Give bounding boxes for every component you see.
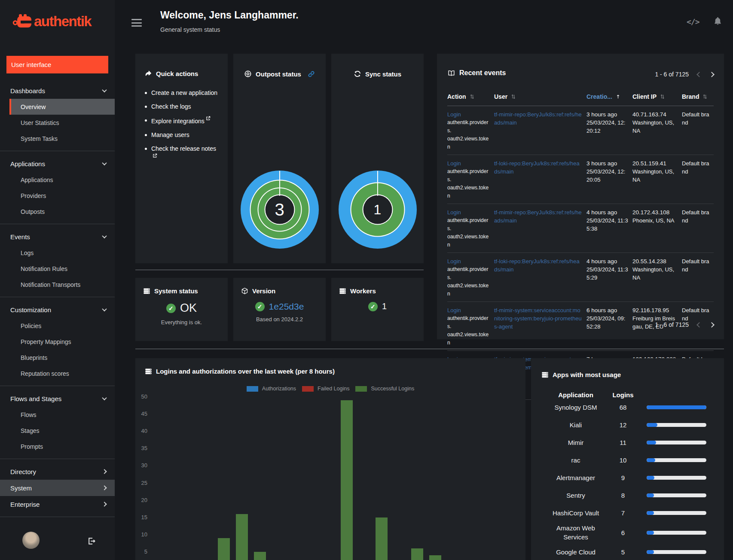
event-brand-cell: Default brand	[682, 159, 714, 200]
app-logins-count: 8	[610, 492, 636, 499]
sidebar-item-label: Outposts	[21, 208, 45, 215]
y-axis-tick: 10	[135, 531, 147, 538]
event-user-link[interactable]: tf-loki-repo:BeryJu/k8s:ref:refs/heads/m…	[494, 159, 582, 176]
sidebar: authentik User interface DashboardsOverv…	[0, 0, 115, 560]
sidebar-section-applications[interactable]: Applications	[0, 155, 115, 172]
event-user-link[interactable]: tf-mimir-repo:BeryJu/k8s:ref:refs/heads/…	[494, 208, 582, 225]
sidebar-section-flows-and-stages[interactable]: Flows and Stages	[0, 390, 115, 407]
sidebar-item-flows[interactable]: Flows	[0, 407, 115, 423]
pagination-prev-icon[interactable]	[696, 72, 702, 77]
chevron-right-icon	[102, 469, 107, 474]
event-action-link[interactable]: Login	[447, 110, 461, 119]
sidebar-item-notification-transports[interactable]: Notification Transports	[0, 277, 115, 292]
pagination-prev-icon[interactable]	[696, 322, 702, 328]
sidebar-section-label: Applications	[10, 160, 45, 167]
event-user-link[interactable]: tf-loki-repo:BeryJu/k8s:ref:refs/heads/m…	[494, 257, 582, 274]
sidebar-item-label: Property Mappings	[21, 338, 71, 345]
event-action-link[interactable]: Login	[447, 159, 461, 167]
sidebar-section-enterprise[interactable]: Enterprise	[0, 496, 115, 512]
app-logins-count: 12	[610, 421, 636, 429]
event-action-cell: Loginauthentik.providers.oauth2.views.to…	[447, 159, 494, 200]
quick-action-check-the-logs[interactable]: Check the logs	[145, 102, 218, 111]
legend-swatch	[247, 386, 258, 392]
sidebar-item-user-statistics[interactable]: User Statistics	[0, 115, 115, 131]
sidebar-item-logs[interactable]: Logs	[0, 245, 115, 261]
progress-fill	[647, 511, 654, 515]
chart-legend: AuthorizationsFailed LoginsSuccessful Lo…	[135, 386, 525, 392]
menu-icon[interactable]	[131, 19, 142, 27]
column-header-brand[interactable]: Brand	[682, 93, 714, 100]
quick-action-create-a-new-application[interactable]: Create a new application	[145, 88, 218, 97]
sidebar-item-blueprints[interactable]: Blueprints	[0, 350, 115, 365]
event-action-cell: Loginauthentik.providers.oauth2.views.to…	[447, 208, 494, 249]
workers-value: 1	[382, 301, 387, 311]
bell-icon[interactable]	[713, 16, 722, 26]
sidebar-section-directory[interactable]: Directory	[0, 463, 115, 480]
event-user-cell: tf-loki-repo:BeryJu/k8s:ref:refs/heads/m…	[494, 159, 586, 200]
sidebar-section-dashboards[interactable]: Dashboards	[0, 82, 115, 99]
sidebar-item-overview[interactable]: Overview	[9, 99, 115, 115]
quick-action-manage-users[interactable]: Manage users	[145, 131, 218, 140]
quick-action-check-the-release-notes[interactable]: Check the release notes	[145, 144, 218, 163]
sidebar-item-prompts[interactable]: Prompts	[0, 438, 115, 454]
sign-out-icon[interactable]	[87, 537, 96, 545]
apps-table-body: Synology DSM68Kiali12Mimir11rac10Alertma…	[531, 399, 724, 560]
pagination-next-icon[interactable]	[709, 72, 715, 77]
progress-track	[647, 405, 706, 409]
event-action-link[interactable]: Login	[447, 208, 461, 216]
divider	[0, 459, 115, 459]
quick-action-explore-integrations[interactable]: Explore integrations	[145, 116, 218, 126]
sidebar-item-label: Flows	[21, 411, 37, 418]
avatar[interactable]	[22, 532, 40, 549]
authentik-logo-icon	[12, 13, 32, 30]
progress-fill	[647, 493, 654, 497]
sidebar-section-label: Flows and Stages	[10, 395, 61, 402]
sort-asc-icon	[615, 94, 621, 100]
chart-bar	[218, 538, 230, 560]
event-user-link[interactable]: tf-mimir-system:serviceaccount:monitorin…	[494, 306, 582, 331]
sidebar-item-label: Notification Rules	[21, 265, 67, 272]
sidebar-section-label: Customization	[10, 306, 51, 313]
column-header-user[interactable]: User	[494, 93, 586, 100]
sidebar-item-applications[interactable]: Applications	[0, 172, 115, 188]
event-client-ip-cell: 40.71.163.74Washington, US, NA	[632, 110, 682, 151]
sidebar-section-events[interactable]: Events	[0, 228, 115, 245]
sidebar-item-notification-rules[interactable]: Notification Rules	[0, 261, 115, 277]
progress-fill	[647, 441, 656, 444]
column-header-client-ip[interactable]: Client IP	[632, 93, 682, 100]
event-action-link[interactable]: Login	[447, 306, 461, 314]
quick-action-text: Explore integrations	[151, 118, 205, 125]
sidebar-item-reputation-scores[interactable]: Reputation scores	[0, 365, 115, 381]
quick-action-text: Create a new application	[151, 89, 217, 96]
sidebar-section-label: Enterprise	[10, 501, 40, 508]
link-icon[interactable]	[308, 70, 315, 78]
sync-status-donut: 1	[339, 170, 417, 249]
sidebar-item-outposts[interactable]: Outposts	[0, 204, 115, 219]
apps-row: Sentry8	[531, 487, 724, 504]
y-axis-tick: 35	[135, 445, 147, 451]
code-icon[interactable]: </>	[687, 17, 699, 26]
authentik-logo[interactable]: authentik	[12, 13, 91, 30]
version-value[interactable]: 1e25d3e	[269, 301, 304, 312]
quick-actions-list: Create a new applicationCheck the logsEx…	[145, 88, 218, 163]
chart-bar	[429, 555, 441, 560]
book-icon	[447, 70, 455, 77]
sidebar-item-policies[interactable]: Policies	[0, 318, 115, 334]
outpost-icon	[244, 70, 252, 78]
sidebar-item-providers[interactable]: Providers	[0, 188, 115, 204]
event-action-link[interactable]: Login	[447, 257, 461, 265]
column-header-creatio[interactable]: Creatio...	[586, 93, 632, 100]
pagination-next-icon[interactable]	[709, 322, 715, 328]
sidebar-item-stages[interactable]: Stages	[0, 423, 115, 438]
event-user-link[interactable]: tf-mimir-repo:BeryJu/k8s:ref:refs/heads/…	[494, 110, 582, 127]
event-location: Phoenix, US, NA	[632, 216, 678, 225]
y-axis-tick: 15	[135, 514, 147, 520]
event-time-ago: 3 hours ago	[586, 110, 628, 119]
user-interface-button[interactable]: User interface	[6, 56, 108, 73]
sidebar-section-system[interactable]: System	[0, 480, 115, 496]
sidebar-item-property-mappings[interactable]: Property Mappings	[0, 334, 115, 350]
sidebar-section-customization[interactable]: Customization	[0, 301, 115, 318]
event-brand-cell: Default brand	[682, 208, 714, 249]
sidebar-item-system-tasks[interactable]: System Tasks	[0, 131, 115, 146]
column-header-action[interactable]: Action	[447, 93, 494, 100]
